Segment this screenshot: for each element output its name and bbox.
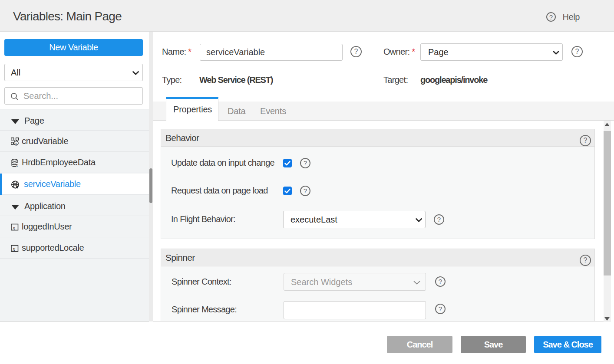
svg-text:x: x [16,162,18,167]
svg-text:x: x [13,225,16,231]
svg-text:x: x [13,246,16,252]
svg-text:x: x [15,141,17,146]
svg-text:x: x [15,184,18,189]
